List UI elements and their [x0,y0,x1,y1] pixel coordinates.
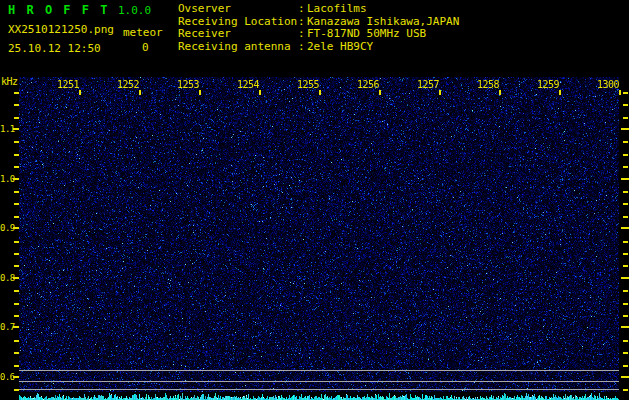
time-tick-label: 1300 [594,79,619,90]
freq-minor-tick-left [14,203,19,205]
freq-minor-tick-left [14,253,19,255]
freq-minor-tick-left [14,216,19,218]
freq-minor-tick-right [623,365,628,367]
app-version: 1.0.0 [118,4,151,17]
signal-level-canvas [19,392,619,400]
freq-minor-tick-right [623,166,628,168]
spectrogram-canvas [19,77,619,392]
time-tick-mark [499,90,501,95]
freq-major-tick-left [13,326,19,328]
frequency-marker-line [19,381,619,382]
separator: : [298,3,307,16]
station-row-receiver: Receiver:FT-817ND 50MHz USB [178,28,459,41]
station-label: Ovserver [178,3,298,16]
station-value: 2ele HB9CY [307,41,373,54]
time-tick-mark [619,90,621,95]
frequency-marker-line [19,389,619,390]
freq-minor-tick-right [623,290,628,292]
freq-minor-tick-right [623,203,628,205]
time-tick-mark [79,90,81,95]
station-row-antenna: Receiving antenna:2ele HB9CY [178,41,459,54]
station-label: Receiver [178,28,298,41]
freq-major-tick-left [13,277,19,279]
freq-minor-tick-left [14,92,19,94]
time-tick-mark [559,90,561,95]
freq-minor-tick-right [623,253,628,255]
freq-major-tick-left [13,376,19,378]
time-tick-mark [439,90,441,95]
freq-tick-label: 0.8 [0,273,14,283]
time-tick-mark [199,90,201,95]
freq-major-tick-right [621,277,629,279]
freq-minor-tick-left [14,191,19,193]
time-tick-label: 1254 [234,79,259,90]
freq-minor-tick-right [623,191,628,193]
freq-minor-tick-left [14,352,19,354]
freq-minor-tick-left [14,241,19,243]
freq-major-tick-right [621,227,629,229]
freq-tick-label: 0.9 [0,223,14,233]
time-tick-label: 1258 [474,79,499,90]
echo-count: 0 [142,41,149,54]
freq-minor-tick-left [14,117,19,119]
freq-minor-tick-left [14,389,19,391]
freq-minor-tick-left [14,166,19,168]
freq-minor-tick-left [14,365,19,367]
freq-minor-tick-left [14,141,19,143]
freq-minor-tick-right [623,352,628,354]
freq-major-tick-right [621,326,629,328]
frequency-marker-line [19,370,619,371]
time-tick-label: 1256 [354,79,379,90]
freq-minor-tick-left [14,104,19,106]
freq-minor-tick-right [623,315,628,317]
freq-minor-tick-right [623,141,628,143]
freq-minor-tick-right [623,303,628,305]
freq-minor-tick-right [623,340,628,342]
time-tick-label: 1252 [114,79,139,90]
time-tick-label: 1251 [54,79,79,90]
freq-minor-tick-right [623,265,628,267]
freq-major-tick-left [13,227,19,229]
time-tick-mark [379,90,381,95]
freq-minor-tick-left [14,303,19,305]
freq-minor-tick-left [14,154,19,156]
time-tick-label: 1259 [534,79,559,90]
time-tick-mark [139,90,141,95]
output-file-name: XX2510121250.png [8,23,114,36]
freq-minor-tick-right [623,154,628,156]
app-title: H R O F F T [8,3,109,17]
station-label: Receiving antenna [178,41,298,54]
mode-label: meteor [123,26,163,39]
freq-minor-tick-right [623,241,628,243]
freq-major-tick-right [621,128,629,130]
freq-minor-tick-left [14,340,19,342]
freq-tick-label: 1.0 [0,174,14,184]
freq-tick-label: 0.7 [0,322,14,332]
time-tick-label: 1253 [174,79,199,90]
freq-minor-tick-right [623,92,628,94]
frequency-unit-label: kHz [1,76,18,87]
station-row-observer: Ovserver:Lacofilms [178,3,459,16]
time-tick-label: 1255 [294,79,319,90]
freq-minor-tick-right [623,117,628,119]
freq-tick-label: 0.6 [0,372,14,382]
freq-tick-label: 1.1 [0,124,14,134]
station-value: Lacofilms [307,3,367,16]
station-value: FT-817ND 50MHz USB [307,28,426,41]
station-info-block: Ovserver:Lacofilms Receiving Location:Ka… [178,3,459,53]
freq-minor-tick-left [14,315,19,317]
freq-major-tick-left [13,128,19,130]
freq-minor-tick-right [623,104,628,106]
freq-minor-tick-right [623,389,628,391]
hrofft-window: H R O F F T 1.0.0 XX2510121250.png meteo… [0,0,629,400]
time-tick-label: 1257 [414,79,439,90]
separator: : [298,28,307,41]
freq-minor-tick-left [14,265,19,267]
freq-minor-tick-right [623,216,628,218]
freq-minor-tick-left [14,290,19,292]
datetime-label: 25.10.12 12:50 [8,42,101,55]
freq-major-tick-right [621,178,629,180]
separator: : [298,41,307,54]
freq-major-tick-left [13,178,19,180]
time-tick-mark [259,90,261,95]
